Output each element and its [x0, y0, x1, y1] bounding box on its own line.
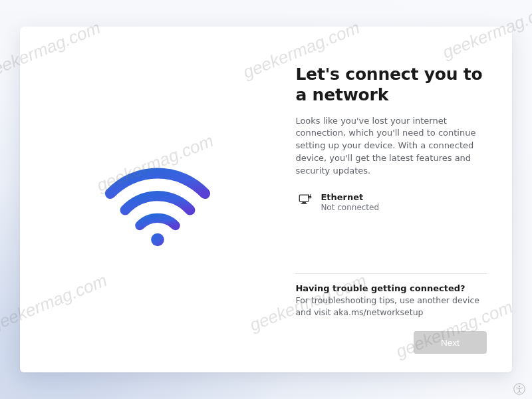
- help-description: For troubleshooting tips, use another de…: [295, 295, 487, 318]
- footer-actions: Next: [295, 331, 487, 354]
- svg-rect-2: [303, 201, 307, 203]
- divider: [295, 273, 487, 274]
- page-description: Looks like you've lost your internet con…: [295, 115, 487, 178]
- accessibility-icon[interactable]: [513, 383, 525, 395]
- network-item-text: Ethernet Not connected: [321, 192, 379, 213]
- network-name: Ethernet: [321, 192, 379, 203]
- help-title: Having trouble getting connected?: [295, 283, 487, 293]
- page-title: Let's connect you to a network: [295, 64, 487, 106]
- svg-point-5: [519, 386, 520, 387]
- ethernet-icon: [298, 192, 313, 207]
- illustration-pane: [20, 27, 295, 372]
- network-status: Not connected: [321, 203, 379, 213]
- content-pane: Let's connect you to a network Looks lik…: [295, 27, 512, 372]
- oobe-card: Let's connect you to a network Looks lik…: [20, 27, 512, 372]
- svg-rect-3: [301, 203, 307, 203]
- svg-point-0: [151, 233, 164, 247]
- svg-point-4: [514, 384, 525, 395]
- wifi-icon: [98, 146, 217, 253]
- svg-rect-1: [300, 195, 309, 201]
- network-item-ethernet[interactable]: Ethernet Not connected: [295, 192, 487, 213]
- next-button[interactable]: Next: [414, 331, 487, 354]
